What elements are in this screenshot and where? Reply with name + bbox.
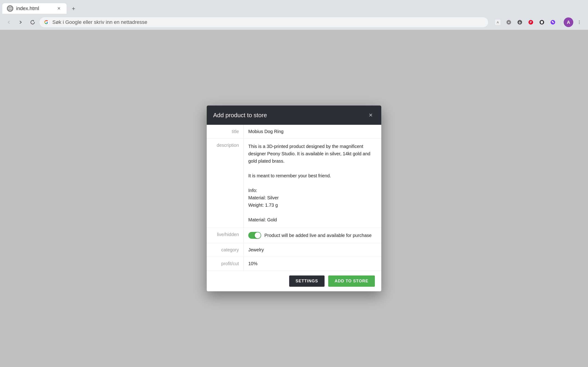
toggle-knob xyxy=(255,232,261,238)
modal-overlay: Add product to store × title Mobius Dog … xyxy=(0,30,588,367)
svg-point-16 xyxy=(579,22,580,23)
description-text: This is a 3D-printed product designed by… xyxy=(248,144,372,222)
category-row: category Jewelry xyxy=(207,243,381,257)
profit-cut-label: profit/cut xyxy=(207,257,243,271)
google-icon xyxy=(43,19,50,25)
modal-body: title Mobius Dog Ring description This i… xyxy=(207,125,381,271)
tab-close-button[interactable]: ✕ xyxy=(56,5,62,12)
new-tab-button[interactable]: + xyxy=(69,3,78,14)
settings-button[interactable]: SETTINGS xyxy=(289,275,325,287)
description-label: description xyxy=(207,139,243,227)
extension-icon[interactable]: ✎ xyxy=(548,17,558,27)
page-content: Add product to store × title Mobius Dog … xyxy=(0,30,588,367)
svg-text:A: A xyxy=(497,21,499,24)
modal-close-button[interactable]: × xyxy=(367,111,375,119)
back-button[interactable] xyxy=(4,17,14,27)
chrome-menu-button[interactable] xyxy=(574,17,584,27)
tab-favicon-icon xyxy=(7,5,13,12)
address-bar[interactable]: Søk i Google eller skriv inn en nettadre… xyxy=(40,17,488,27)
title-label: title xyxy=(207,125,243,138)
title-row: title Mobius Dog Ring xyxy=(207,125,381,139)
browser-tab[interactable]: index.html ✕ xyxy=(2,3,67,14)
svg-point-15 xyxy=(579,21,580,21)
svg-text:P: P xyxy=(530,20,532,24)
modal-title: Add product to store xyxy=(213,112,267,119)
svg-text:★: ★ xyxy=(508,21,510,24)
profit-cut-value: 10% xyxy=(243,257,381,271)
address-bar-text: Søk i Google eller skriv inn en nettadre… xyxy=(52,19,484,25)
forward-button[interactable] xyxy=(16,17,26,27)
refresh-button[interactable] xyxy=(27,17,38,27)
translate-icon[interactable]: A xyxy=(493,17,503,27)
toggle-label-text: Product will be added live and available… xyxy=(264,233,372,238)
live-hidden-label: live/hidden xyxy=(207,228,243,243)
modal-dialog: Add product to store × title Mobius Dog … xyxy=(207,106,381,291)
live-hidden-value: Product will be added live and available… xyxy=(243,228,381,243)
shield-icon[interactable] xyxy=(537,17,547,27)
tab-title: index.html xyxy=(16,6,53,11)
profit-cut-row: profit/cut 10% xyxy=(207,257,381,271)
description-row: description This is a 3D-printed product… xyxy=(207,139,381,228)
live-hidden-row: live/hidden Product will be added live a… xyxy=(207,228,381,243)
svg-text:✎: ✎ xyxy=(552,20,554,24)
profile-avatar[interactable]: A xyxy=(564,17,573,27)
live-toggle[interactable] xyxy=(248,232,261,239)
toolbar-icons: A ★ P xyxy=(493,17,584,27)
description-value: This is a 3D-printed product designed by… xyxy=(243,139,381,227)
modal-footer: SETTINGS ADD TO STORE xyxy=(207,271,381,291)
bookmark-icon[interactable]: ★ xyxy=(504,17,514,27)
pinterest-icon[interactable]: P xyxy=(526,17,536,27)
modal-header: Add product to store × xyxy=(207,106,381,125)
address-bar-row: Søk i Google eller skriv inn en nettadre… xyxy=(0,15,588,30)
title-value: Mobius Dog Ring xyxy=(243,125,381,138)
svg-point-17 xyxy=(579,23,580,24)
browser-chrome: index.html ✕ + xyxy=(0,0,588,30)
category-value: Jewelry xyxy=(243,243,381,257)
tab-bar: index.html ✕ + xyxy=(0,0,588,15)
download-icon[interactable] xyxy=(515,17,525,27)
toggle-row: Product will be added live and available… xyxy=(248,232,377,239)
category-label: category xyxy=(207,243,243,257)
add-to-store-button[interactable]: ADD TO STORE xyxy=(328,275,375,287)
